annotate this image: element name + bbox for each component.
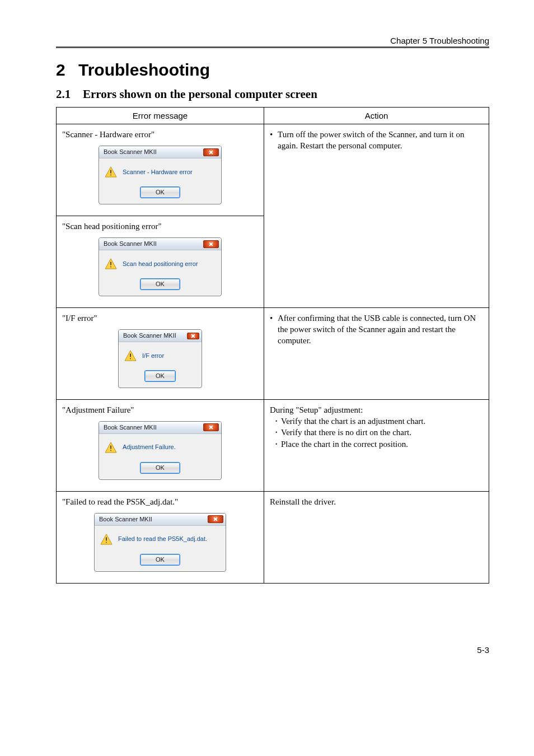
section-title: Troubleshooting: [78, 60, 210, 79]
ok-button[interactable]: OK: [140, 554, 180, 566]
action-text: After confirming that the USB cable is c…: [270, 312, 483, 347]
warning-icon: [105, 442, 117, 453]
dialog-message: I/F error: [142, 352, 164, 360]
close-icon[interactable]: [203, 423, 219, 431]
subsection-number: 2.1: [56, 87, 83, 101]
dialog-failed-read: Book Scanner MKII Failed to read the PS5…: [94, 513, 226, 572]
error-label: "Scanner - Hardware error": [62, 129, 258, 140]
ok-button[interactable]: OK: [140, 462, 180, 474]
col-error-header: Error message: [57, 108, 264, 124]
dialog-adjustment-failure: Book Scanner MKII Adjustment Failure. OK: [99, 421, 222, 480]
action-bullet: Place the chart in the correct position.: [270, 438, 483, 450]
dialog-hardware-error: Book Scanner MKII Scanner - Hardware err…: [99, 146, 222, 204]
subsection-title: Errors shown on the personal computer sc…: [83, 87, 317, 101]
dialog-title: Book Scanner MKII: [123, 332, 176, 340]
dialog-message: Scan head positioning error: [123, 260, 198, 268]
dialog-title: Book Scanner MKII: [104, 423, 157, 432]
warning-icon: [124, 350, 137, 361]
action-bullet: Verify that the chart is an adjustment c…: [270, 416, 483, 427]
action-bullet: Verify that there is no dirt on the char…: [270, 427, 483, 438]
dialog-message: Adjustment Failure.: [123, 443, 176, 451]
dialog-title: Book Scanner MKII: [104, 148, 157, 156]
ok-button[interactable]: OK: [144, 370, 176, 382]
error-label: "I/F error": [62, 312, 258, 324]
troubleshooting-table: Error message Action "Scanner - Hardware…: [56, 107, 489, 584]
ok-button[interactable]: OK: [140, 186, 180, 198]
section-heading: 2Troubleshooting: [56, 60, 489, 80]
close-icon[interactable]: [203, 148, 219, 156]
chapter-header: Chapter 5 Troubleshooting: [56, 36, 489, 45]
col-action-header: Action: [264, 108, 489, 124]
close-icon[interactable]: [208, 515, 223, 523]
dialog-scanhead-error: Book Scanner MKII Scan head positioning …: [99, 237, 222, 296]
table-row: "Adjustment Failure" Book Scanner MKII A…: [57, 399, 489, 491]
action-intro: During "Setup" adjustment:: [270, 404, 483, 416]
dialog-title: Book Scanner MKII: [104, 240, 157, 248]
error-label: "Scan head positioning error": [62, 221, 258, 232]
table-row: "Failed to read the PS5K_adj.dat." Book …: [57, 491, 489, 583]
warning-icon: [105, 166, 117, 178]
ok-button[interactable]: OK: [140, 278, 180, 290]
table-row: "Scanner - Hardware error" Book Scanner …: [57, 124, 489, 216]
close-icon[interactable]: [187, 333, 199, 339]
dialog-message: Failed to read the PS5K_adj.dat.: [118, 535, 207, 543]
action-text: Turn off the power switch of the Scanner…: [270, 129, 483, 152]
dialog-message: Scanner - Hardware error: [123, 168, 193, 176]
subsection-heading: 2.1Errors shown on the personal computer…: [56, 87, 489, 101]
action-text: Reinstall the driver.: [270, 496, 483, 507]
error-label: "Adjustment Failure": [62, 404, 258, 416]
close-icon[interactable]: [203, 240, 219, 248]
section-number: 2: [56, 60, 78, 80]
dialog-title: Book Scanner MKII: [99, 515, 152, 524]
warning-icon: [100, 534, 113, 545]
dialog-if-error: Book Scanner MKII I/F error OK: [118, 329, 202, 388]
table-row: "I/F error" Book Scanner MKII I/F error: [57, 307, 489, 399]
page-number: 5-3: [56, 645, 489, 655]
error-label: "Failed to read the PS5K_adj.dat.": [62, 496, 258, 507]
warning-icon: [105, 258, 117, 269]
